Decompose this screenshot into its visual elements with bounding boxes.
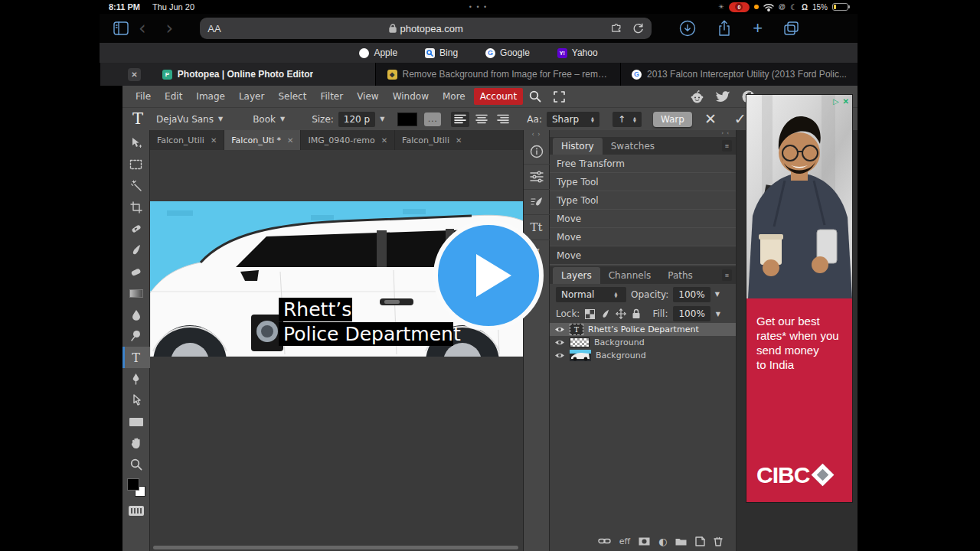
antialias-select[interactable]: Aa:Sharp▲▼ [527, 112, 599, 127]
reddit-icon[interactable] [690, 90, 704, 103]
type-tool-icon[interactable]: T [122, 347, 150, 368]
zoom-tool-icon[interactable] [122, 454, 150, 475]
safari-tab-removebg[interactable]: ◆ Remove Background from Image for Free … [375, 63, 620, 86]
blur-tool-icon[interactable] [122, 304, 150, 325]
magic-wand-tool-icon[interactable] [122, 175, 150, 197]
account-button[interactable]: Account [474, 88, 523, 105]
shape-tool-icon[interactable] [122, 411, 150, 432]
layer-row-background-1[interactable]: Background [550, 349, 736, 362]
close-doc-icon[interactable]: ✕ [287, 136, 293, 145]
back-button[interactable]: ‹ [129, 19, 156, 37]
canvas[interactable]: Rhett’s Police Department [150, 150, 523, 551]
ad-close-icon[interactable]: ✕ [843, 97, 849, 106]
sidebar-icon[interactable] [113, 21, 129, 35]
align-center-icon[interactable] [472, 112, 491, 127]
doc-tab-2[interactable]: Falcon_Uti *✕ [224, 130, 301, 150]
doc-tab-1[interactable]: Falcon_Utili✕ [150, 130, 224, 150]
tab-paths[interactable]: Paths [659, 267, 701, 284]
brush-settings-panel-icon[interactable] [524, 190, 550, 215]
tab-channels[interactable]: Channels [600, 267, 660, 284]
close-doc-icon[interactable]: ✕ [456, 136, 462, 145]
healing-tool-icon[interactable] [122, 218, 150, 240]
address-bar[interactable]: AA photopea.com [200, 18, 652, 39]
menu-file[interactable]: File [129, 87, 158, 106]
adjustment-layer-icon[interactable]: ◐ [658, 536, 667, 547]
tab-swatches[interactable]: Swatches [603, 138, 663, 155]
collapse-strip-icon[interactable]: ‹ › [532, 130, 541, 139]
history-step[interactable]: Move [550, 228, 736, 246]
menu-more[interactable]: More [436, 87, 472, 106]
adjustments-panel-icon[interactable] [524, 165, 550, 190]
lock-pixels-icon[interactable] [600, 309, 610, 319]
history-step[interactable]: Free Transform [550, 155, 736, 173]
new-folder-icon[interactable] [675, 537, 687, 546]
foreground-color-swatch[interactable] [127, 478, 139, 491]
menu-image[interactable]: Image [189, 87, 232, 106]
marquee-select-tool-icon[interactable] [122, 154, 150, 175]
visibility-eye-icon[interactable] [554, 339, 565, 346]
delete-layer-icon[interactable] [714, 536, 723, 546]
history-step-current[interactable]: Move [550, 246, 736, 265]
tabs-icon[interactable] [783, 21, 799, 36]
pen-tool-icon[interactable] [122, 368, 150, 390]
opacity-caret-icon[interactable]: ▼ [715, 291, 720, 298]
warp-button[interactable]: Warp [653, 112, 692, 127]
safari-tab-google[interactable]: G 2013 Falcon Interceptor Utility (2013 … [620, 63, 858, 86]
menu-view[interactable]: View [350, 87, 385, 106]
menu-layer[interactable]: Layer [232, 87, 271, 106]
cibc-ad[interactable]: ▷ ✕ [746, 95, 852, 502]
layer-effects-button[interactable]: eff [619, 536, 630, 546]
reload-icon[interactable] [632, 23, 644, 34]
bookmark-bing[interactable]: Bing [425, 47, 458, 58]
more-options-button[interactable]: ... [424, 112, 441, 126]
align-left-icon[interactable] [451, 112, 469, 127]
layer-row-background-2[interactable]: Background [550, 336, 736, 349]
doc-tab-3[interactable]: IMG_0940-remo✕ [301, 130, 395, 150]
fill-caret-icon[interactable]: ▼ [716, 311, 720, 318]
keyboard-icon[interactable] [129, 506, 144, 516]
menu-window[interactable]: Window [386, 87, 436, 106]
doc-tab-4[interactable]: Falcon_Utili✕ [395, 130, 469, 150]
extension-puzzle-icon[interactable] [611, 23, 623, 34]
bookmark-yahoo[interactable]: Y!Yahoo [557, 47, 598, 58]
link-layers-icon[interactable] [598, 537, 611, 545]
move-tool-icon[interactable] [122, 132, 150, 154]
panel-menu-icon[interactable]: ≡ [722, 269, 732, 281]
info-panel-icon[interactable] [524, 139, 550, 165]
lock-position-icon[interactable] [616, 308, 626, 319]
adchoices-icon[interactable]: ▷ [833, 97, 839, 106]
eraser-tool-icon[interactable] [122, 261, 150, 282]
blend-mode-select[interactable]: Normal▲▼ [556, 287, 626, 302]
layer-row-text[interactable]: T Rhett’s Police Department [550, 323, 736, 336]
tab-history[interactable]: History [553, 138, 603, 155]
collapse-panels-icon[interactable]: › ‹ [550, 130, 736, 137]
history-step[interactable]: Type Tool [550, 173, 736, 191]
path-select-tool-icon[interactable] [122, 390, 150, 411]
close-doc-icon[interactable]: ✕ [381, 136, 387, 145]
layer-mask-icon[interactable] [639, 537, 650, 546]
history-step[interactable]: Type Tool [550, 191, 736, 210]
font-style-select[interactable]: Book▼ [253, 114, 285, 125]
crop-tool-icon[interactable] [122, 197, 150, 218]
video-play-button[interactable] [433, 220, 544, 331]
menu-filter[interactable]: Filter [313, 87, 350, 106]
tab-layers[interactable]: Layers [553, 267, 600, 284]
font-size-field[interactable]: Size:120 p▼ [312, 112, 384, 127]
twitter-icon[interactable] [716, 90, 730, 103]
visibility-eye-icon[interactable] [554, 326, 565, 333]
share-icon[interactable] [717, 20, 732, 37]
text-color-swatch[interactable] [397, 112, 417, 126]
close-tab-icon[interactable]: ✕ [128, 68, 141, 81]
history-step[interactable]: Move [550, 210, 736, 228]
forward-button[interactable]: › [156, 19, 184, 37]
panel-menu-icon[interactable]: ≡ [722, 140, 732, 152]
visibility-eye-icon[interactable] [554, 352, 565, 359]
fullscreen-icon[interactable] [547, 88, 571, 106]
menu-edit[interactable]: Edit [158, 87, 189, 106]
foreground-background-colors[interactable] [127, 478, 145, 497]
horizontal-scrollbar[interactable] [153, 546, 518, 549]
close-doc-icon[interactable]: ✕ [211, 136, 217, 145]
new-layer-icon[interactable] [695, 536, 705, 546]
cancel-icon[interactable]: ✕ [699, 112, 722, 126]
menu-select[interactable]: Select [271, 87, 313, 106]
